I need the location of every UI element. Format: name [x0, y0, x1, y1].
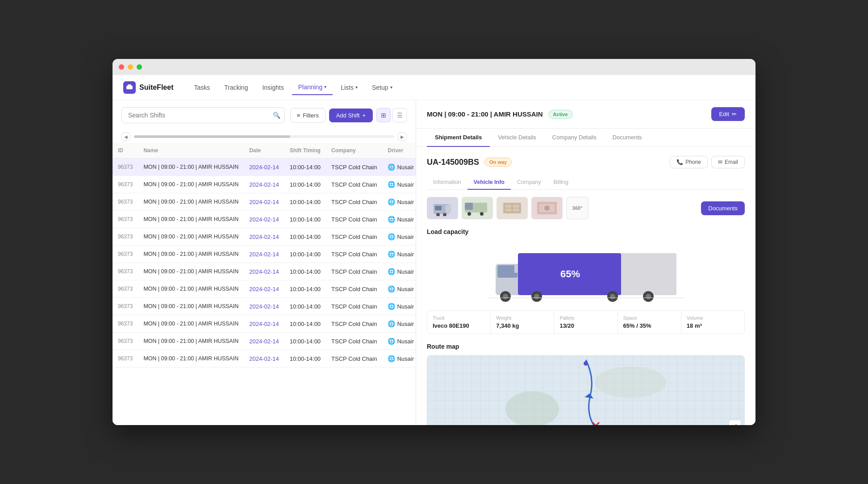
cell-date: 2024-02-14	[244, 315, 284, 333]
svg-rect-3	[435, 206, 442, 210]
add-shift-button[interactable]: Add Shift +	[329, 108, 373, 122]
svg-marker-39	[584, 392, 594, 398]
cell-id: 96373	[113, 333, 138, 350]
cap-stat-pallets: Pallets 13/20	[554, 311, 618, 334]
email-icon: ✉	[718, 159, 722, 165]
tab-documents[interactable]: Documents	[605, 129, 650, 147]
cell-company: TSCP Cold Chain	[326, 263, 382, 280]
search-input[interactable]	[121, 107, 285, 123]
detail-header-title-row: MON | 09:00 - 21:00 | AMIR HUSSAIN Activ…	[427, 110, 573, 119]
search-icon-btn[interactable]: 🔍	[273, 112, 280, 119]
cell-timing: 10:00-14:00	[284, 228, 326, 246]
cell-timing: 10:00-14:00	[284, 176, 326, 193]
grid-view-button[interactable]: ⊞	[376, 108, 391, 122]
phone-button[interactable]: 📞 Phone	[670, 156, 708, 168]
table-row[interactable]: 96373 MON | 09:00 - 21:00 | AMIR HUSSAIN…	[113, 315, 416, 333]
shifts-table-container: ID Name Date Shift Timing Company Driver…	[113, 143, 416, 425]
map-zoom-button[interactable]: ⤢	[729, 420, 741, 425]
load-capacity-visual: 65%	[427, 241, 745, 303]
cell-company: TSCP Cold Chain	[326, 176, 382, 193]
cap-stat-weight: Weight 7,340 kg	[491, 311, 554, 334]
top-nav: SuiteFleet Tasks Tracking Insights Plann…	[113, 75, 755, 100]
vehicle-image-front[interactable]	[427, 197, 458, 219]
search-input-wrap: 🔍	[121, 107, 285, 123]
cell-id: 96373	[113, 211, 138, 228]
vehicle-documents-button[interactable]: Documents	[701, 201, 745, 215]
table-row[interactable]: 96373 MON | 09:00 - 21:00 | AMIR HUSSAIN…	[113, 333, 416, 350]
email-button[interactable]: ✉ Email	[711, 156, 745, 168]
table-row[interactable]: 96373 MON | 09:00 - 21:00 | AMIR HUSSAIN…	[113, 263, 416, 280]
minimize-button[interactable]	[128, 64, 133, 70]
table-row[interactable]: 96373 MON | 09:00 - 21:00 | AMIR HUSSAIN…	[113, 159, 416, 176]
cell-date: 2024-02-14	[244, 280, 284, 298]
cell-date: 2024-02-14	[244, 246, 284, 263]
detail-header: MON | 09:00 - 21:00 | AMIR HUSSAIN Activ…	[416, 100, 755, 129]
route-map-section: Route map	[427, 343, 745, 425]
table-row[interactable]: 96373 MON | 09:00 - 21:00 | AMIR HUSSAIN…	[113, 193, 416, 211]
cell-company: TSCP Cold Chain	[326, 159, 382, 176]
filter-icon: ≡	[297, 112, 300, 119]
cell-driver: 🌐Nusair Haq	[382, 159, 416, 176]
list-view-button[interactable]: ☰	[392, 108, 407, 122]
nav-item-lists[interactable]: Lists ▾	[334, 80, 364, 95]
globe-icon: 🌐	[388, 355, 395, 362]
cell-timing: 10:00-14:00	[284, 211, 326, 228]
svg-rect-1	[128, 84, 131, 87]
info-tab-information[interactable]: Information	[427, 175, 467, 190]
info-tab-vehicle-info[interactable]: Vehicle Info	[467, 175, 511, 190]
cell-company: TSCP Cold Chain	[326, 280, 382, 298]
maximize-button[interactable]	[137, 64, 142, 70]
scroll-right-button[interactable]: ▶	[398, 132, 407, 141]
edit-button[interactable]: Edit ✏	[711, 107, 745, 121]
expand-icon: ⤢	[732, 422, 738, 425]
tab-vehicle-details[interactable]: Vehicle Details	[490, 129, 544, 147]
map-route-svg	[427, 355, 745, 425]
status-badge: Active	[548, 110, 573, 119]
logo[interactable]: SuiteFleet	[123, 81, 173, 94]
tab-company-details[interactable]: Company Details	[544, 129, 605, 147]
vehicle-360-button[interactable]: 360°	[566, 197, 588, 219]
globe-icon: 🌐	[388, 303, 395, 310]
table-row[interactable]: 96373 MON | 09:00 - 21:00 | AMIR HUSSAIN…	[113, 228, 416, 246]
truck-capacity-svg: 65%	[427, 241, 745, 303]
vehicle-image-interior[interactable]	[531, 197, 563, 219]
cell-company: TSCP Cold Chain	[326, 350, 382, 367]
cell-driver: 🌐Nusair Haq	[382, 211, 416, 228]
svg-point-10	[480, 212, 484, 216]
capacity-stats: Truck Iveco 80E190 Weight 7,340 kg Palle…	[427, 310, 745, 334]
detail-tabs: Shipment Details Vehicle Details Company…	[416, 129, 755, 147]
table-row[interactable]: 96373 MON | 09:00 - 21:00 | AMIR HUSSAIN…	[113, 298, 416, 315]
nav-item-insights[interactable]: Insights	[256, 80, 290, 95]
cell-id: 96373	[113, 263, 138, 280]
vehicle-image-back[interactable]	[497, 197, 528, 219]
nav-item-tracking[interactable]: Tracking	[218, 80, 254, 95]
close-button[interactable]	[119, 64, 124, 70]
cell-timing: 10:00-14:00	[284, 159, 326, 176]
table-row[interactable]: 96373 MON | 09:00 - 21:00 | AMIR HUSSAIN…	[113, 211, 416, 228]
cell-name: MON | 09:00 - 21:00 | AMIR HUSSAIN	[138, 350, 244, 367]
svg-point-34	[505, 391, 559, 425]
vehicle-image-side[interactable]	[462, 197, 493, 219]
nav-item-setup[interactable]: Setup ▾	[366, 80, 399, 95]
info-tab-billing[interactable]: Billing	[547, 175, 575, 190]
info-tab-company[interactable]: Company	[511, 175, 547, 190]
scroll-left-button[interactable]: ◀	[121, 132, 130, 141]
svg-point-17	[544, 205, 550, 211]
vehicle-images: 360° Documents	[427, 197, 745, 219]
globe-icon: 🌐	[388, 233, 395, 240]
cap-stat-space: Space 65% / 35%	[618, 311, 681, 334]
nav-item-planning[interactable]: Planning ▾	[292, 80, 333, 95]
table-row[interactable]: 96373 MON | 09:00 - 21:00 | AMIR HUSSAIN…	[113, 176, 416, 193]
table-row[interactable]: 96373 MON | 09:00 - 21:00 | AMIR HUSSAIN…	[113, 246, 416, 263]
filter-button[interactable]: ≡ Filters	[290, 108, 326, 123]
table-row[interactable]: 96373 MON | 09:00 - 21:00 | AMIR HUSSAIN…	[113, 280, 416, 298]
info-tabs: Information Vehicle Info Company Billing	[427, 175, 745, 190]
cell-driver: 🌐Nusair Haq	[382, 350, 416, 367]
tab-shipment-details[interactable]: Shipment Details	[427, 129, 490, 147]
nav-item-tasks[interactable]: Tasks	[188, 80, 216, 95]
right-panel: MON | 09:00 - 21:00 | AMIR HUSSAIN Activ…	[416, 100, 755, 425]
cell-company: TSCP Cold Chain	[326, 193, 382, 211]
globe-icon: 🌐	[388, 320, 395, 327]
col-id: ID	[113, 143, 138, 159]
table-row[interactable]: 96373 MON | 09:00 - 21:00 | AMIR HUSSAIN…	[113, 350, 416, 367]
